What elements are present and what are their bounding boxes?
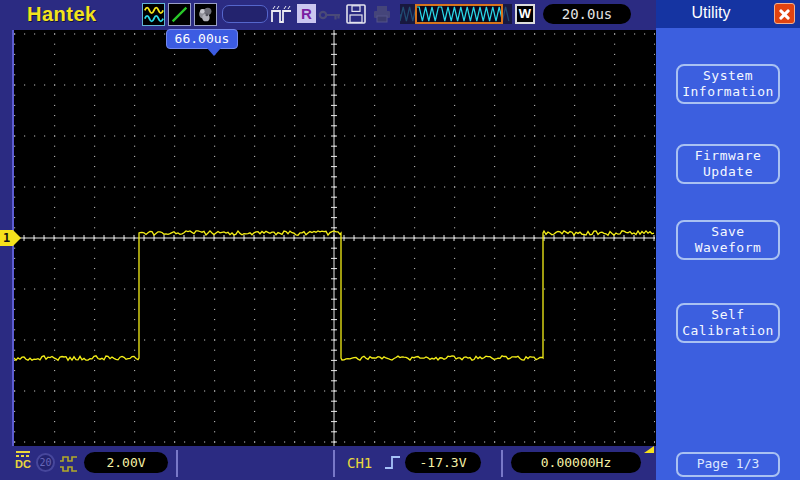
button-label-line: Calibration xyxy=(678,323,778,339)
corner-wedge-icon xyxy=(644,446,654,453)
channel-waves-glyph xyxy=(143,4,164,25)
window-mode-icon: W xyxy=(515,4,535,24)
channel1-marker-arrow-icon xyxy=(13,230,21,246)
button-label-line: Waveform xyxy=(678,240,778,256)
preview-dim-left xyxy=(400,4,415,24)
statusbar-divider xyxy=(501,450,503,477)
dc-coupling-icon: DC xyxy=(13,451,33,477)
preview-window xyxy=(415,4,503,24)
rising-edge-glyph xyxy=(384,454,402,471)
brand-logo: Hantek xyxy=(27,3,97,26)
trigger-level-readout: -17.3V xyxy=(405,452,481,473)
button-label-line: Information xyxy=(678,84,778,100)
menu-title: Utility xyxy=(656,4,766,22)
button-label-line: Firmware xyxy=(678,148,778,164)
slope-glyph xyxy=(169,4,190,25)
button-label-line: Save xyxy=(678,224,778,240)
noise-icon xyxy=(194,3,217,26)
waveform-display: 66.00us xyxy=(12,30,656,446)
bubble-pointer-icon xyxy=(207,48,221,56)
channel-waves-icon xyxy=(142,3,165,26)
slope-icon xyxy=(168,3,191,26)
preview-dim-right xyxy=(503,4,512,24)
bandwidth-limit-badge: 20 xyxy=(36,453,55,472)
button-label-line: Self xyxy=(678,307,778,323)
printer-icon xyxy=(371,3,393,25)
close-button[interactable] xyxy=(774,3,795,24)
statusbar-divider xyxy=(333,450,335,477)
dc-dashed-line xyxy=(16,455,30,457)
key-glyph xyxy=(318,8,343,22)
menu-panel: System Information Firmware Update Save … xyxy=(656,28,800,480)
empty-indicator-slot xyxy=(222,5,268,23)
noise-glyph xyxy=(195,4,216,25)
statusbar-divider xyxy=(176,450,178,477)
oscilloscope-screen: Hantek R xyxy=(0,0,800,480)
trigger-source-label: CH1 xyxy=(347,453,372,473)
ref-waveform-icon: R xyxy=(297,4,316,23)
timebase-readout: 20.0us xyxy=(543,4,631,24)
scope-graticule xyxy=(14,30,655,446)
button-label-line: System xyxy=(678,68,778,84)
pulse-glyph xyxy=(270,3,295,25)
printer-glyph xyxy=(371,3,393,25)
square-wave-glyph xyxy=(59,455,79,473)
dc-solid-line xyxy=(16,451,30,453)
save-waveform-button[interactable]: Save Waveform xyxy=(676,220,780,260)
rising-edge-trigger-icon xyxy=(384,454,402,471)
firmware-update-button[interactable]: Firmware Update xyxy=(676,144,780,184)
frequency-counter-readout: 0.00000Hz xyxy=(511,452,641,473)
square-wave-icon xyxy=(59,455,79,473)
waveform-preview-bar xyxy=(400,4,512,24)
save-disk-glyph xyxy=(345,3,367,25)
trigger-time-bubble: 66.00us xyxy=(166,29,238,49)
volts-per-div-readout: 2.00V xyxy=(84,452,168,473)
key-lock-icon xyxy=(318,7,343,21)
menu-header: Utility xyxy=(656,0,800,28)
channel1-marker: 1 xyxy=(0,230,13,246)
page-indicator-button[interactable]: Page 1/3 xyxy=(676,452,780,477)
self-calibration-button[interactable]: Self Calibration xyxy=(676,303,780,343)
button-label-line: Update xyxy=(678,164,778,180)
save-disk-icon xyxy=(345,3,367,25)
pulse-icon xyxy=(270,3,295,25)
system-information-button[interactable]: System Information xyxy=(676,64,780,104)
trigger-time-label: 66.00us xyxy=(175,31,230,46)
coupling-label: DC xyxy=(13,458,33,470)
